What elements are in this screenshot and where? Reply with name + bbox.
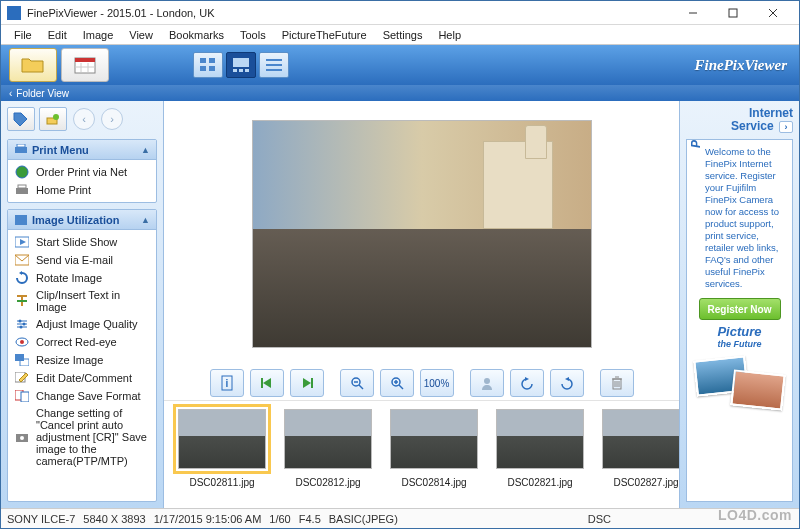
main-view: i 100% DSC02811.jpg DSC02812.jpg DSC0281… (164, 101, 679, 508)
change-save-format[interactable]: Change Save Format (12, 387, 152, 405)
close-button[interactable] (753, 2, 793, 24)
next-icon (301, 377, 313, 389)
nav-forward-button[interactable]: › (101, 108, 123, 130)
svg-marker-55 (303, 378, 311, 388)
camera-setting-icon (14, 430, 30, 444)
adjust-quality[interactable]: Adjust Image Quality (12, 315, 152, 333)
organize-button[interactable] (39, 107, 67, 131)
menu-view[interactable]: View (122, 27, 160, 43)
folder-view-toggle[interactable]: Folder View (1, 85, 799, 101)
edit-icon (14, 371, 30, 385)
menu-image[interactable]: Image (76, 27, 121, 43)
menu-bookmarks[interactable]: Bookmarks (162, 27, 231, 43)
home-print[interactable]: Home Print (12, 181, 152, 199)
start-slideshow[interactable]: Start Slide Show (12, 233, 152, 251)
view-thumbs-button[interactable] (193, 52, 223, 78)
svg-rect-27 (18, 185, 26, 188)
rotate-left-button[interactable] (510, 369, 544, 397)
email-icon (14, 253, 30, 267)
tag-button[interactable] (7, 107, 35, 131)
order-print-net[interactable]: Order Print via Net (12, 163, 152, 181)
calendar-icon (74, 55, 96, 75)
svg-marker-32 (19, 271, 22, 275)
globe-icon (14, 165, 30, 179)
clip-insert-text[interactable]: Clip/Insert Text in Image (12, 287, 152, 315)
info-button[interactable]: i (210, 369, 244, 397)
menu-tools[interactable]: Tools (233, 27, 273, 43)
minimize-button[interactable] (673, 2, 713, 24)
thumbnail-item[interactable]: DSC02827.jpg (602, 409, 679, 500)
rotate-right-icon (560, 376, 574, 390)
menu-file[interactable]: File (7, 27, 39, 43)
picture-the-future-vertical: Picture the Future (689, 139, 703, 148)
thumbnail-strip: DSC02811.jpg DSC02812.jpg DSC02814.jpg D… (164, 400, 679, 508)
zoom-out-button[interactable] (340, 369, 374, 397)
thumbnail-label: DSC02811.jpg (189, 477, 254, 488)
internet-service-header[interactable]: Internet Service › (686, 107, 793, 133)
face-button[interactable] (470, 369, 504, 397)
menu-settings[interactable]: Settings (376, 27, 430, 43)
menubar: File Edit Image View Bookmarks Tools Pic… (1, 25, 799, 45)
menu-edit[interactable]: Edit (41, 27, 74, 43)
svg-rect-28 (15, 215, 27, 225)
workarea: ‹ › Print Menu ▲ Order Print via Net Hom… (1, 101, 799, 508)
preview-image[interactable] (252, 120, 592, 348)
thumbnail-label: DSC02827.jpg (613, 477, 678, 488)
picture-the-future-label: Picture the Future (691, 326, 788, 350)
svg-point-43 (20, 340, 24, 344)
folder-button[interactable] (9, 48, 57, 82)
svg-point-50 (20, 436, 24, 440)
redeye-icon (14, 335, 30, 349)
window-title: FinePixViewer - 2015.01 - London, UK (27, 7, 673, 19)
thumbnail-item[interactable]: DSC02821.jpg (496, 409, 584, 500)
prev-image-button[interactable] (250, 369, 284, 397)
status-camera: SONY ILCE-7 (7, 513, 75, 525)
print-menu-panel: Print Menu ▲ Order Print via Net Home Pr… (7, 139, 157, 203)
view-preview-button[interactable] (226, 52, 256, 78)
maximize-button[interactable] (713, 2, 753, 24)
svg-rect-15 (239, 69, 243, 72)
svg-point-21 (53, 114, 59, 120)
menu-picturethefuture[interactable]: PictureTheFuture (275, 27, 374, 43)
thumbnail-image (602, 409, 679, 469)
thumbnail-label: DSC02812.jpg (295, 477, 360, 488)
edit-date-comment[interactable]: Edit Date/Comment (12, 369, 152, 387)
image-util-header[interactable]: Image Utilization ▲ (8, 210, 156, 230)
zoom-in-icon (390, 376, 404, 390)
thumbnail-item[interactable]: DSC02814.jpg (390, 409, 478, 500)
calendar-button[interactable] (61, 48, 109, 82)
menu-help[interactable]: Help (431, 27, 468, 43)
printer-icon (14, 144, 28, 156)
status-shutter: 1/60 (269, 513, 290, 525)
watermark: LO4D.com (718, 507, 792, 523)
svg-point-41 (20, 326, 23, 329)
resize-image[interactable]: Resize Image (12, 351, 152, 369)
tag-icon (13, 112, 29, 126)
status-prefix: DSC (588, 513, 611, 525)
delete-button[interactable] (600, 369, 634, 397)
internet-service-banner: Picture the Future Welcome to the FinePi… (686, 139, 793, 502)
svg-point-64 (484, 378, 490, 384)
thumbnail-item[interactable]: DSC02811.jpg (178, 409, 266, 500)
send-email[interactable]: Send via E-mail (12, 251, 152, 269)
svg-rect-12 (209, 66, 215, 71)
next-image-button[interactable] (290, 369, 324, 397)
rotate-image[interactable]: Rotate Image (12, 269, 152, 287)
svg-rect-5 (75, 58, 95, 62)
tools-icon (14, 214, 28, 226)
prev-icon (261, 377, 273, 389)
image-util-title: Image Utilization (32, 214, 119, 226)
banner-description: Welcome to the FinePix Internet service.… (705, 146, 788, 290)
nav-back-button[interactable]: ‹ (73, 108, 95, 130)
status-datetime: 1/17/2015 9:15:06 AM (154, 513, 262, 525)
zoom-level[interactable]: 100% (420, 369, 454, 397)
correct-redeye[interactable]: Correct Red-eye (12, 333, 152, 351)
thumbnail-item[interactable]: DSC02812.jpg (284, 409, 372, 500)
view-list-button[interactable] (259, 52, 289, 78)
change-print-setting[interactable]: Change setting of "Cancel print auto adj… (12, 405, 152, 469)
zoom-in-button[interactable] (380, 369, 414, 397)
register-now-button[interactable]: Register Now (699, 298, 781, 320)
rotate-right-button[interactable] (550, 369, 584, 397)
folder-view-label: Folder View (16, 88, 69, 99)
print-menu-header[interactable]: Print Menu ▲ (8, 140, 156, 160)
